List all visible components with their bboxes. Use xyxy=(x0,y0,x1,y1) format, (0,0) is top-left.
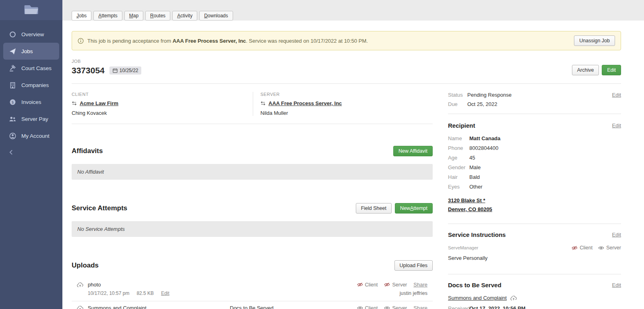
unassign-job-button[interactable]: Unassign Job xyxy=(574,35,615,46)
recipient-phone: 8002804400 xyxy=(469,145,498,151)
file-edit-link[interactable]: Edit xyxy=(161,290,169,296)
sidebar-nav: Overview Jobs Court Cases Companies $ In… xyxy=(0,26,62,144)
client-visibility-toggle[interactable]: Client xyxy=(357,305,378,309)
eye-icon xyxy=(357,306,363,309)
chevron-left-icon xyxy=(9,149,13,156)
file-name-link[interactable]: Summons and Complaint xyxy=(88,305,147,309)
app-logo[interactable] xyxy=(0,0,62,20)
field-sheet-button[interactable]: Field Sheet xyxy=(356,203,392,214)
new-affidavit-button[interactable]: New Affidavit xyxy=(393,146,433,156)
app-window: Overview Jobs Court Cases Companies $ In… xyxy=(0,0,644,309)
docs-to-be-served-panel: Docs to Be Served Edit Summons and Compl… xyxy=(448,282,621,309)
status-panel: Status Pending Response Edit Due Oct 25,… xyxy=(448,84,621,107)
tab-routes[interactable]: Routes xyxy=(145,11,170,21)
tab-downloads[interactable]: Downloads xyxy=(199,11,233,21)
sidebar-item-label: My Account xyxy=(21,133,50,139)
new-attempt-button[interactable]: New Attempt xyxy=(395,203,433,214)
main-area: Jobs Attempts Map Routes Activity Downlo… xyxy=(62,0,644,309)
recipient-eyes: Other xyxy=(469,184,483,190)
edit-docs-link[interactable]: Edit xyxy=(612,282,621,288)
client-server-row: CLIENT Acme Law Firm Ching Kovacek SERVE… xyxy=(72,84,433,124)
client-visibility-toggle[interactable]: Client xyxy=(357,282,378,288)
cloud-upload-icon xyxy=(77,282,83,296)
upload-row-photo: photo 10/17/22, 10:57 pm 82.5 KB Edit xyxy=(72,278,433,301)
sidebar-item-overview[interactable]: Overview xyxy=(3,26,59,43)
eye-slash-icon xyxy=(572,246,578,250)
service-attempts-heading: Service Attempts xyxy=(72,204,127,212)
users-icon xyxy=(9,115,16,122)
edit-instructions-link[interactable]: Edit xyxy=(612,232,621,238)
instructions-source: ServeManager xyxy=(448,245,478,250)
job-header: JOB 3373054 10/25/22 Archive Edit xyxy=(72,59,621,75)
share-link[interactable]: Share xyxy=(413,282,427,288)
sidebar-collapse-button[interactable] xyxy=(0,147,62,159)
sidebar-item-label: Invoices xyxy=(21,99,41,105)
job-due-date: 10/25/22 xyxy=(120,68,138,73)
recipient-address-line1[interactable]: 3120 Blake St * xyxy=(448,196,485,205)
sidebar-item-my-account[interactable]: My Account xyxy=(3,127,59,144)
svg-text:$: $ xyxy=(11,100,14,104)
job-due-date-pill: 10/25/22 xyxy=(109,66,142,75)
tab-map[interactable]: Map xyxy=(124,11,143,21)
archive-button[interactable]: Archive xyxy=(572,65,599,75)
edit-recipient-link[interactable]: Edit xyxy=(612,122,621,129)
tab-activity[interactable]: Activity xyxy=(172,11,197,21)
received-value: Oct 17, 2022, 10:56 PM xyxy=(469,305,525,309)
no-service-attempts-message: No Service Attempts xyxy=(72,221,433,237)
due-label: Due xyxy=(448,101,467,107)
upload-files-button[interactable]: Upload Files xyxy=(394,260,433,271)
sidebar-item-court-cases[interactable]: Court Cases xyxy=(3,60,59,77)
tab-attempts[interactable]: Attempts xyxy=(93,11,122,21)
service-instructions-panel: Service Instructions Edit ServeManager C… xyxy=(448,231,621,261)
server-block: SERVER AAA Free Process Server, Inc Nild… xyxy=(253,92,433,116)
tab-bar: Jobs Attempts Map Routes Activity Downlo… xyxy=(62,0,644,21)
left-column: CLIENT Acme Law Firm Ching Kovacek SERVE… xyxy=(72,84,433,309)
job-label: JOB xyxy=(72,59,141,64)
server-visibility-toggle[interactable]: Server xyxy=(384,282,407,288)
edit-job-button[interactable]: Edit xyxy=(602,65,621,75)
sidebar-item-jobs[interactable]: Jobs xyxy=(3,43,59,60)
file-size: 82.5 KB xyxy=(136,290,154,296)
sidebar-item-server-pay[interactable]: Server Pay xyxy=(3,110,59,127)
sidebar: Overview Jobs Court Cases Companies $ In… xyxy=(0,0,62,309)
doc-name-link[interactable]: Summons and Complaint xyxy=(448,295,507,301)
alert-company-name: AAA Free Process Server, Inc xyxy=(173,38,246,44)
server-visibility-indicator[interactable]: Server xyxy=(598,245,621,251)
tab-jobs[interactable]: Jobs xyxy=(72,11,91,21)
job-number: 3373054 xyxy=(72,66,105,75)
pending-acceptance-alert: This job is pending acceptance from AAA … xyxy=(72,31,621,50)
eye-slash-icon xyxy=(384,282,390,287)
overview-icon xyxy=(9,31,16,38)
building-icon xyxy=(9,81,16,89)
sidebar-item-label: Companies xyxy=(21,82,49,88)
file-doc-type: Docs to Be Served xyxy=(230,305,357,309)
docs-heading: Docs to Be Served xyxy=(448,282,502,288)
client-visibility-indicator[interactable]: Client xyxy=(572,245,592,251)
sidebar-item-companies[interactable]: Companies xyxy=(3,77,59,93)
client-contact: Ching Kovacek xyxy=(72,110,245,116)
eye-icon xyxy=(384,306,390,309)
sidebar-item-label: Overview xyxy=(21,31,44,37)
status-value: Pending Response xyxy=(467,92,512,98)
paper-plane-icon xyxy=(9,48,16,55)
file-name-link[interactable]: photo xyxy=(88,282,169,288)
client-company-link[interactable]: Acme Law Firm xyxy=(80,100,118,106)
divider xyxy=(448,274,621,274)
uploads-list: photo 10/17/22, 10:57 pm 82.5 KB Edit xyxy=(72,278,433,309)
right-column: Status Pending Response Edit Due Oct 25,… xyxy=(448,84,621,309)
edit-status-link[interactable]: Edit xyxy=(612,92,621,98)
recipient-panel: Recipient Edit NameMatt Canada Phone8002… xyxy=(448,122,621,214)
sidebar-item-invoices[interactable]: $ Invoices xyxy=(3,93,59,110)
server-visibility-toggle[interactable]: Server xyxy=(384,305,407,309)
recipient-address-line2[interactable]: Denver, CO 80205 xyxy=(448,205,492,214)
cloud-upload-icon xyxy=(510,296,517,301)
server-company-link[interactable]: AAA Free Process Server, Inc xyxy=(268,100,342,106)
cloud-upload-icon xyxy=(77,306,83,309)
share-link[interactable]: Share xyxy=(413,305,427,309)
recipient-age: 45 xyxy=(469,155,475,161)
eye-icon xyxy=(598,246,604,250)
no-affidavit-message: No Affidavit xyxy=(72,164,433,180)
divider xyxy=(448,114,621,114)
gavel-icon xyxy=(9,64,16,72)
user-circle-icon xyxy=(9,132,16,139)
